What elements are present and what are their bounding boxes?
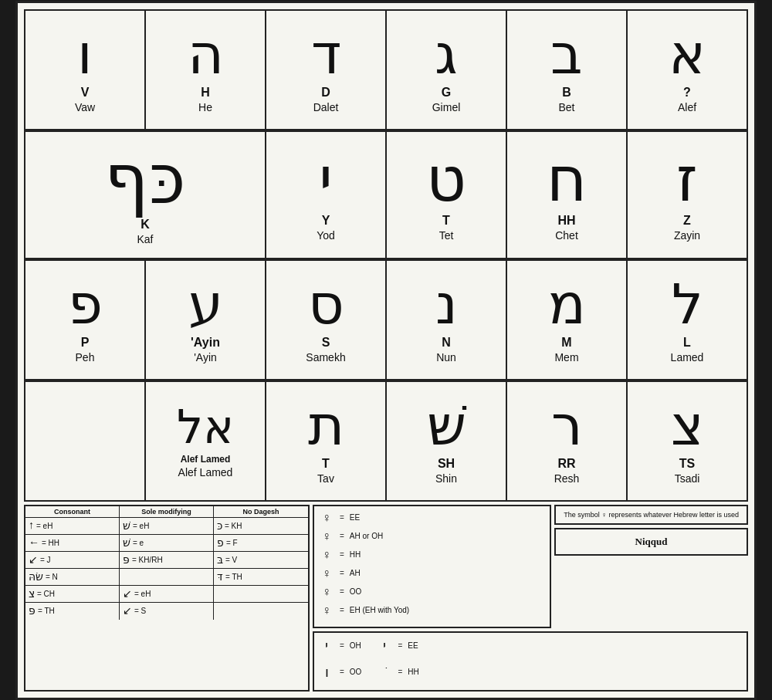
name-yod: Yod [317, 229, 335, 242]
niqqud-table: Consonant Sole modifying No Dagesh ↑ = e… [24, 505, 310, 692]
roman-he: H [201, 86, 210, 100]
niqqud-r1c1: ↑ = eH [25, 518, 120, 534]
roman-tsadi: TS [679, 457, 695, 471]
letter-shin: שׁ SH Shin [387, 382, 507, 502]
hebrew-mem: מ [548, 277, 586, 333]
roman-nun: N [442, 336, 451, 350]
roman-lamed: L [683, 336, 691, 350]
roman-chet: HH [557, 214, 575, 228]
niqqud-r3c3: בּ = V [214, 552, 308, 568]
sv-ee: י = EE [377, 637, 418, 654]
hebrew-alef: א [669, 27, 706, 83]
sv-sym-oh: י [319, 637, 334, 654]
vowel-val-oo: OO [350, 587, 362, 596]
hebrew-alef-lamed: אל [177, 404, 234, 451]
niqqud-col3-header: No Dagesh [214, 506, 308, 517]
main-container: ו V Vaw ה H He ד D Dalet ג G Gimel ב B B… [15, 1, 757, 700]
alphabet-row-2: כּף K Kaf י Y Yod ט T Tet ח HH Chet ז Z … [24, 130, 748, 259]
vowel-val-hh: HH [350, 550, 361, 559]
niqqud-row-2: ← = HH שׁ = e פ = F [25, 535, 308, 552]
niqqud-r2c2: שׁ = e [120, 535, 214, 551]
roman-samekh: S [322, 336, 330, 350]
hebrew-chet: ח [547, 149, 587, 211]
name-alef: Alef [678, 101, 696, 113]
name-tet: Tet [439, 229, 454, 242]
name-kaf: Kaf [137, 233, 153, 245]
name-samekh: Samekh [306, 351, 345, 364]
name-shin: Shin [435, 472, 457, 485]
letter-tet: ט T Tet [387, 132, 507, 259]
vowel-top: ♀ = EE ♀ = AH or OH ♀ = HH [313, 505, 748, 628]
hebrew-nun: נ [435, 277, 458, 333]
name-peh: Peh [76, 351, 95, 364]
vowel-val-ahoh: AH or OH [350, 532, 383, 540]
sv-val-oo: OO [350, 668, 362, 676]
letter-tsadi: צ TS Tsadi [628, 382, 748, 502]
hebrew-peh: פ [68, 277, 103, 333]
hebrew-lamed: ל [672, 277, 703, 333]
hebrew-samekh: ס [308, 277, 344, 333]
niqqud-r5c3 [214, 586, 308, 602]
hebrew-vaw: ו [77, 27, 93, 83]
name-tsadi: Tsadi [675, 472, 700, 485]
hebrew-tav: ת [308, 398, 344, 454]
niqqud-col2-header: Sole modifying [120, 506, 214, 517]
niqqud-header: Consonant Sole modifying No Dagesh [25, 506, 308, 518]
letter-gimel: ג G Gimel [387, 11, 507, 130]
niqqud-row-1: ↑ = eH שׁ = eH כּ = KH [25, 518, 308, 535]
name-he: He [198, 101, 212, 113]
hebrew-tet: ט [426, 149, 466, 211]
vowel-ah: ♀ = AH [319, 566, 545, 580]
sv-val-ee: EE [408, 641, 418, 650]
vowel-eh: ♀ = EH (EH with Yod) [319, 604, 545, 617]
niqqud-r6c3 [214, 603, 308, 620]
niqqud-r5c1: צ = CH [25, 586, 120, 602]
hebrew-zayin: ז [676, 149, 698, 211]
letter-alef-lamed: אל Alef Lamed Alef Lamed [146, 382, 266, 502]
niqqud-r3c2: פּ = KH/RH [120, 552, 214, 568]
vowel-section: ♀ = EE ♀ = AH or OH ♀ = HH [313, 505, 748, 692]
letter-vaw: ו V Vaw [25, 11, 146, 130]
niqqud-r6c1: פּ = TH [25, 603, 120, 620]
sv-sym-hh2: ׂ [377, 664, 392, 681]
roman-alef: ? [683, 86, 691, 100]
hebrew-shin: שׁ [427, 398, 466, 454]
niqqud-r4c1: שׂהּ = N [25, 569, 120, 585]
niqqud-label: Niqqud [635, 536, 668, 547]
letter-mem: מ M Mem [507, 261, 628, 380]
hebrew-yod: י [319, 149, 333, 211]
niqqud-row-6: פּ = TH ↙ = S [25, 603, 308, 620]
roman-yod: Y [322, 214, 330, 228]
hebrew-resh: ר [551, 398, 583, 454]
sv-hh2: ׂ = HH [377, 664, 418, 681]
roman-dalet: D [321, 86, 330, 100]
symbol-note-box: The symbol ♀ represents whatever Hebrew … [554, 505, 748, 525]
short-vowels-box: י = OH ו = OO י = EE [313, 631, 748, 692]
name-dalet: Dalet [313, 101, 339, 113]
hebrew-kaf: כּף [104, 145, 186, 215]
letter-kaf: כּף K Kaf [25, 132, 266, 259]
vowel-sym-ee: ♀ [319, 511, 334, 525]
roman-shin: SH [438, 457, 455, 471]
roman-tav: T [322, 457, 330, 471]
roman-bet: B [562, 86, 571, 100]
name-alef-lamed: Alef Lamed [178, 466, 233, 479]
empty-cell-4 [25, 382, 146, 502]
hebrew-gimel: ג [435, 27, 458, 83]
name-vaw: Vaw [75, 101, 95, 113]
hebrew-tsadi: צ [671, 398, 704, 454]
vowel-grid: ♀ = EE ♀ = AH or OH ♀ = HH [313, 505, 551, 628]
roman-peh: P [81, 336, 90, 350]
niqqud-row-4: שׂהּ = N דּ = TH [25, 569, 308, 586]
letter-ayin: ע 'Ayin 'Ayin [146, 261, 266, 380]
name-mem: Mem [554, 351, 578, 364]
letter-he: ה H He [146, 11, 266, 130]
name-chet: Chet [555, 229, 578, 242]
vowel-sym-ahoh: ♀ [319, 529, 334, 543]
roman-zayin: Z [683, 214, 691, 228]
sv-oh: י = OH [319, 637, 361, 654]
sv-sym-ee: י [377, 637, 392, 654]
niqqud-r4c2 [120, 569, 214, 585]
roman-ayin: 'Ayin [191, 336, 220, 350]
niqqud-r5c2: ↙ = eH [120, 586, 214, 602]
